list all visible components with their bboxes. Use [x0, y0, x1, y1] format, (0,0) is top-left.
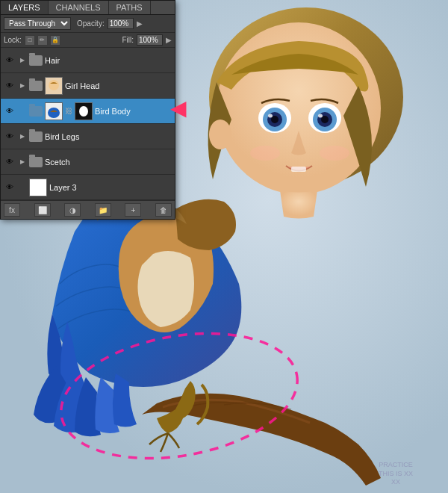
- group-button[interactable]: 📁: [95, 203, 111, 217]
- folder-icon-bird-legs: [29, 131, 43, 142]
- fx-button[interactable]: fx: [4, 203, 20, 217]
- mask-button[interactable]: ⬜: [34, 203, 51, 217]
- svg-point-7: [268, 114, 273, 118]
- folder-icon-hair: [29, 55, 43, 66]
- svg-point-24: [79, 106, 88, 117]
- eye-icon-hair[interactable]: [4, 55, 16, 66]
- svg-point-22: [48, 108, 60, 118]
- svg-text:THIS IS XX: THIS IS XX: [379, 470, 413, 477]
- expand-icon-hair[interactable]: ▶: [18, 56, 27, 65]
- layer-row-layer3[interactable]: Layer 3: [1, 175, 175, 200]
- svg-point-12: [318, 114, 323, 118]
- tab-layers[interactable]: LAYERS: [1, 1, 49, 14]
- lock-pixels-btn[interactable]: □: [25, 35, 35, 46]
- lock-fill-row: Lock: □ ✏ 🔒 Fill: ▶: [1, 33, 175, 48]
- expand-icon-layer3: [18, 183, 27, 192]
- panel-tabs: LAYERS CHANNELS PATHS: [1, 1, 175, 15]
- folder-icon-bird-body: [29, 106, 43, 117]
- svg-point-16: [209, 120, 231, 149]
- expand-icon-bird-legs[interactable]: ▶: [18, 132, 27, 141]
- layer-row-bird-legs[interactable]: ▶ Bird Legs: [1, 124, 175, 149]
- layer-name-girl-head: Girl Head: [65, 81, 172, 90]
- svg-point-15: [320, 146, 349, 161]
- expand-icon-sketch[interactable]: ▶: [18, 158, 27, 167]
- layers-list: ▶ Hair ▶ Girl Head: [1, 48, 175, 200]
- lock-position-btn[interactable]: ✏: [37, 35, 48, 46]
- expand-icon-bird-body: [18, 107, 27, 116]
- eye-icon-sketch[interactable]: [4, 156, 16, 168]
- layer-name-bird-body: Bird Body: [95, 107, 172, 116]
- layer-thumb-layer3: [29, 179, 47, 196]
- expand-icon-girl-head[interactable]: ▶: [18, 81, 27, 90]
- layer-mask-thumb-bird-body: [75, 102, 93, 120]
- layer-name-bird-legs: Bird Legs: [45, 132, 172, 141]
- layer-row-bird-body[interactable]: ⛓ Bird Body: [1, 99, 175, 124]
- layer-name-layer3: Layer 3: [49, 183, 172, 192]
- lock-icons-group: □ ✏ 🔒: [25, 35, 60, 46]
- opacity-label: Opacity:: [77, 19, 105, 28]
- opacity-arrow-icon: ▶: [137, 19, 143, 28]
- blend-mode-select[interactable]: Pass Through Normal Multiply Screen: [4, 17, 71, 30]
- chain-link-bird-body: ⛓: [65, 107, 72, 115]
- svg-text:PRACTICE: PRACTICE: [379, 461, 413, 468]
- fill-label: Fill:: [122, 36, 134, 44]
- layers-panel: LAYERS CHANNELS PATHS Pass Through Norma…: [0, 0, 175, 220]
- folder-icon-sketch: [29, 157, 43, 167]
- lock-label: Lock:: [4, 36, 22, 44]
- folder-icon-girl-head: [29, 81, 43, 91]
- opacity-input[interactable]: [108, 18, 134, 29]
- eye-icon-girl-head[interactable]: [4, 80, 16, 92]
- eye-icon-bird-body[interactable]: [4, 105, 16, 117]
- layer-row-hair[interactable]: ▶ Hair: [1, 48, 175, 73]
- svg-point-11: [321, 116, 329, 123]
- delete-layer-button[interactable]: 🗑: [155, 203, 172, 217]
- blend-opacity-row: Pass Through Normal Multiply Screen Opac…: [1, 15, 175, 33]
- new-layer-button[interactable]: +: [125, 203, 141, 217]
- layer-name-sketch: Scetch: [45, 158, 172, 167]
- layer-thumb-girl-head: [45, 77, 63, 95]
- tab-channels[interactable]: CHANNELS: [49, 1, 109, 14]
- layer-thumb-bird-body: [45, 102, 63, 120]
- svg-text:XX: XX: [391, 478, 400, 486]
- svg-point-6: [271, 116, 279, 123]
- lock-all-btn[interactable]: 🔒: [50, 35, 60, 46]
- svg-point-21: [49, 80, 59, 90]
- layer-row-girl-head[interactable]: ▶ Girl Head: [1, 73, 175, 99]
- layer-name-hair: Hair: [45, 56, 172, 65]
- tab-paths[interactable]: PATHS: [109, 1, 151, 14]
- eye-icon-bird-legs[interactable]: [4, 131, 16, 143]
- panel-toolbar: fx ⬜ ◑ 📁 + 🗑: [1, 200, 175, 219]
- adjustment-button[interactable]: ◑: [64, 203, 81, 217]
- svg-rect-13: [291, 167, 306, 172]
- layer-row-sketch[interactable]: ▶ Scetch: [1, 149, 175, 175]
- fill-arrow-icon: ▶: [166, 36, 172, 44]
- svg-point-14: [250, 146, 280, 161]
- selection-arrow-indicator: ◀: [170, 96, 187, 120]
- eye-icon-layer3[interactable]: [4, 182, 16, 193]
- fill-input[interactable]: [137, 34, 163, 46]
